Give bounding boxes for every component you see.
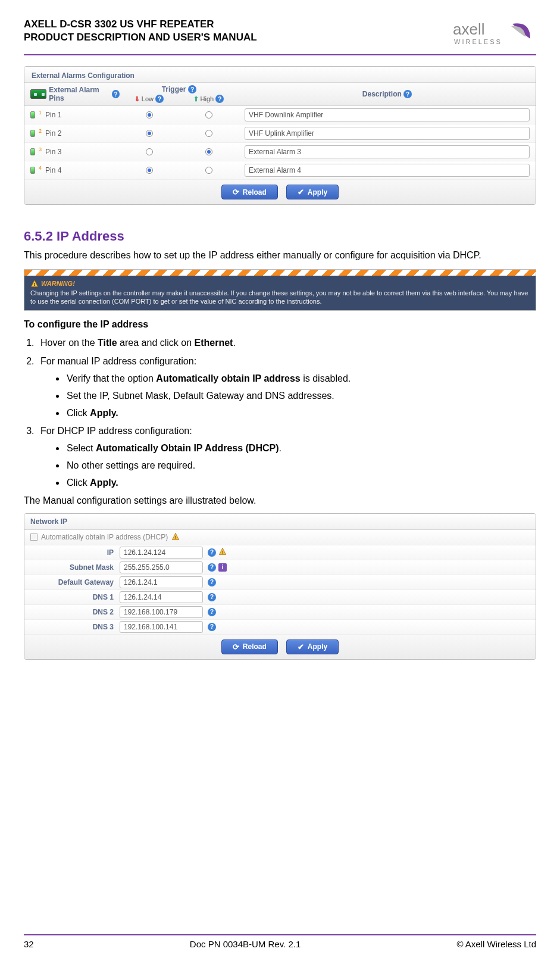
- step2-bullet3: Click Apply.: [65, 405, 536, 422]
- svg-text:!: !: [222, 550, 223, 555]
- net-label-dns1: DNS 1: [24, 593, 120, 601]
- page-footer: 32 Doc PN 0034B-UM Rev. 2.1 © Axell Wire…: [24, 934, 536, 949]
- col-header-pins: External Alarm Pins: [49, 86, 110, 102]
- ip-input[interactable]: 126.1.24.124: [120, 547, 203, 558]
- configure-subhead: To configure the IP address: [24, 319, 536, 330]
- header-title-line2: PRODUCT DESCRIPTION AND USER'S MANUAL: [24, 31, 257, 44]
- gateway-input[interactable]: 126.1.24.1: [120, 576, 203, 588]
- help-icon[interactable]: ?: [112, 90, 120, 98]
- help-icon[interactable]: ?: [208, 593, 216, 601]
- network-row: Default Gateway 126.1.24.1 ?: [24, 575, 536, 590]
- radio-low[interactable]: [146, 111, 153, 118]
- dns3-input[interactable]: 192.168.100.141: [120, 621, 203, 633]
- network-panel-title: Network IP: [24, 514, 536, 530]
- alarm-row: 4Pin 4 External Alarm 4: [24, 161, 536, 180]
- pin-label: Pin 4: [45, 166, 61, 174]
- pin-sup: 1: [39, 110, 42, 116]
- dns2-input[interactable]: 192.168.100.179: [120, 606, 203, 618]
- radio-high[interactable]: [205, 167, 212, 174]
- page-number: 32: [24, 939, 34, 949]
- help-icon[interactable]: ?: [403, 90, 412, 98]
- net-label-gateway: Default Gateway: [24, 578, 120, 586]
- pin-led-icon: [30, 148, 35, 155]
- footer-copyright: © Axell Wireless Ltd: [456, 939, 536, 949]
- connector-icon: [30, 89, 46, 99]
- logo-text-axell: axell: [453, 20, 484, 38]
- dns3-value: 192.168.100.141: [124, 623, 177, 631]
- description-value: External Alarm 3: [249, 148, 301, 156]
- step-3: For DHCP IP address configuration: Selec…: [37, 423, 536, 491]
- section-intro: This procedure describes how to set up t…: [24, 249, 536, 262]
- net-label-dns3: DNS 3: [24, 623, 120, 631]
- description-input[interactable]: VHF Downlink Amplifier: [245, 108, 530, 121]
- pin-label: Pin 1: [45, 111, 61, 119]
- svg-text:!: !: [175, 535, 176, 540]
- network-row: DNS 1 126.1.24.14 ?: [24, 590, 536, 605]
- warning-label-text: WARNING!: [41, 279, 75, 288]
- apply-label: Apply: [308, 642, 327, 651]
- dns1-value: 126.1.24.14: [124, 593, 161, 601]
- net-label-ip: IP: [24, 548, 120, 557]
- step3-bullet1: Select Automatically Obtain IP Address (…: [65, 440, 536, 457]
- step-2: For manual IP address configuration: Ver…: [37, 353, 536, 422]
- axell-logo: axell WIRELESS: [453, 18, 536, 49]
- description-value: External Alarm 4: [249, 166, 301, 174]
- step2-bullet1: Verify that the option Automatically obt…: [65, 370, 536, 388]
- pin-label: Pin 3: [45, 148, 61, 156]
- arrow-up-icon: ⇑: [193, 95, 199, 103]
- description-input[interactable]: External Alarm 4: [245, 164, 530, 177]
- alarms-header-row: External Alarm Pins ? Trigger ? ⇓Low? ⇑H…: [24, 83, 536, 106]
- subnet-input[interactable]: 255.255.255.0: [120, 561, 203, 573]
- network-row: Subnet Mask 255.255.255.0 ?i: [24, 560, 536, 575]
- description-input[interactable]: VHF Uplink Amplifier: [245, 127, 530, 140]
- help-icon[interactable]: ?: [208, 548, 216, 557]
- description-input[interactable]: External Alarm 3: [245, 145, 530, 158]
- svg-text:!: !: [34, 282, 36, 287]
- net-label-dns2: DNS 2: [24, 608, 120, 616]
- info-icon[interactable]: i: [218, 563, 227, 572]
- dns1-input[interactable]: 126.1.24.14: [120, 591, 203, 603]
- help-icon[interactable]: ?: [208, 578, 216, 586]
- network-row: IP 126.1.24.124 ?!: [24, 545, 536, 560]
- warning-stripes: [24, 270, 536, 276]
- help-icon[interactable]: ?: [208, 608, 216, 616]
- reload-icon: ⟳: [233, 188, 239, 196]
- subnet-value: 255.255.255.0: [124, 563, 170, 572]
- gateway-value: 126.1.24.1: [124, 578, 158, 586]
- pin-sup: 4: [39, 165, 42, 171]
- pin-led-icon: [30, 167, 35, 174]
- radio-high[interactable]: [205, 130, 212, 137]
- reload-button[interactable]: ⟳Reload: [221, 639, 278, 654]
- radio-high[interactable]: [205, 148, 212, 155]
- network-button-row: ⟳Reload ✔Apply: [24, 635, 536, 659]
- pin-led-icon: [30, 111, 35, 118]
- help-icon[interactable]: ?: [188, 85, 196, 93]
- radio-low[interactable]: [146, 148, 153, 155]
- header-title-block: AXELL D-CSR 3302 US VHF REPEATER PRODUCT…: [24, 18, 257, 44]
- trigger-low-label: Low: [142, 95, 154, 102]
- help-icon[interactable]: ?: [155, 95, 164, 103]
- radio-high[interactable]: [205, 111, 212, 118]
- apply-button[interactable]: ✔Apply: [286, 639, 339, 654]
- radio-low[interactable]: [146, 130, 153, 137]
- pin-led-icon: [30, 130, 35, 137]
- header-title-line1: AXELL D-CSR 3302 US VHF REPEATER: [24, 18, 257, 31]
- warning-box: ! WARNING! Changing the IP settings on t…: [24, 269, 536, 311]
- col-header-description: Description: [362, 90, 402, 98]
- arrow-down-icon: ⇓: [134, 95, 140, 103]
- network-row: DNS 2 192.168.100.179 ?: [24, 605, 536, 620]
- apply-button[interactable]: ✔Apply: [286, 185, 339, 199]
- dhcp-checkbox-label: Automatically obtain IP address (DHCP): [41, 533, 168, 541]
- dhcp-checkbox[interactable]: [30, 533, 37, 541]
- trigger-high-label: High: [201, 95, 214, 102]
- radio-low[interactable]: [146, 167, 153, 174]
- help-icon[interactable]: ?: [208, 623, 216, 631]
- external-alarms-panel: External Alarms Configuration External A…: [24, 66, 536, 205]
- description-value: VHF Downlink Amplifier: [249, 111, 323, 119]
- page-header: AXELL D-CSR 3302 US VHF REPEATER PRODUCT…: [24, 18, 536, 49]
- help-icon[interactable]: ?: [215, 95, 224, 103]
- closing-paragraph: The Manual configuration settings are il…: [24, 495, 536, 506]
- reload-button[interactable]: ⟳Reload: [221, 185, 278, 199]
- help-icon[interactable]: ?: [208, 563, 216, 572]
- col-header-trigger: Trigger: [162, 85, 186, 93]
